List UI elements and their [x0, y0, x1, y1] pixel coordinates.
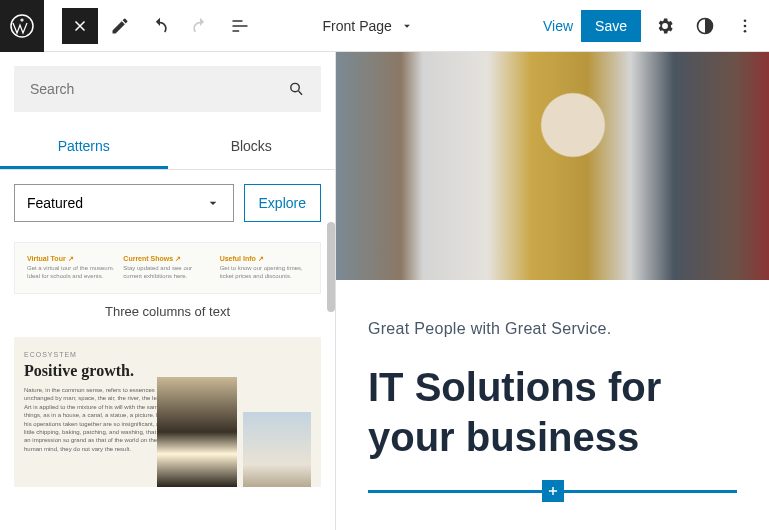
gear-icon: [655, 16, 675, 36]
block-inserter-sidebar: Patterns Blocks Featured Explore Virtual…: [0, 52, 336, 530]
svg-point-4: [744, 29, 747, 32]
contrast-icon: [695, 16, 715, 36]
pattern-item[interactable]: ECOSYSTEM Positive growth. Nature, in th…: [14, 337, 321, 487]
pattern-item[interactable]: Virtual Tour ↗Get a virtual tour of the …: [14, 242, 321, 319]
tab-blocks[interactable]: Blocks: [168, 126, 336, 169]
redo-button[interactable]: [182, 8, 218, 44]
pattern-preview: Virtual Tour ↗Get a virtual tour of the …: [14, 242, 321, 294]
plus-icon: [546, 484, 560, 498]
pattern-category-dropdown[interactable]: Featured: [14, 184, 234, 222]
subtitle-text[interactable]: Great People with Great Service.: [368, 320, 737, 338]
search-icon: [288, 80, 305, 98]
more-options-button[interactable]: [729, 10, 761, 42]
kebab-icon: [736, 17, 754, 35]
top-toolbar: Front Page View Save: [0, 0, 769, 52]
chevron-down-icon: [205, 195, 221, 211]
tab-patterns[interactable]: Patterns: [0, 126, 168, 169]
pattern-preview: ECOSYSTEM Positive growth. Nature, in th…: [14, 337, 321, 487]
pattern-label: Three columns of text: [14, 304, 321, 319]
search-input[interactable]: [30, 81, 288, 97]
svg-point-3: [744, 24, 747, 27]
editor-canvas[interactable]: Great People with Great Service. IT Solu…: [336, 52, 769, 530]
sidebar-scrollbar[interactable]: [327, 222, 335, 312]
view-link[interactable]: View: [543, 18, 573, 34]
block-appender-divider: [368, 490, 737, 493]
headline-text[interactable]: IT Solutions for your business: [368, 362, 737, 462]
chevron-down-icon: [400, 19, 414, 33]
svg-point-5: [291, 83, 299, 91]
search-box[interactable]: [14, 66, 321, 112]
preview-image: [157, 377, 237, 487]
save-button[interactable]: Save: [581, 10, 641, 42]
edit-tool-button[interactable]: [102, 8, 138, 44]
add-block-button[interactable]: [542, 480, 564, 502]
settings-button[interactable]: [649, 10, 681, 42]
hero-image[interactable]: [336, 52, 769, 280]
styles-button[interactable]: [689, 10, 721, 42]
undo-button[interactable]: [142, 8, 178, 44]
svg-point-2: [744, 19, 747, 22]
wordpress-logo[interactable]: [0, 0, 44, 52]
close-inserter-button[interactable]: [62, 8, 98, 44]
document-overview-button[interactable]: [222, 8, 258, 44]
document-title: Front Page: [323, 18, 392, 34]
dropdown-value: Featured: [27, 195, 83, 211]
document-title-dropdown[interactable]: Front Page: [323, 18, 414, 34]
inserter-tabs: Patterns Blocks: [0, 126, 335, 170]
preview-image: [243, 412, 311, 487]
explore-patterns-button[interactable]: Explore: [244, 184, 321, 222]
